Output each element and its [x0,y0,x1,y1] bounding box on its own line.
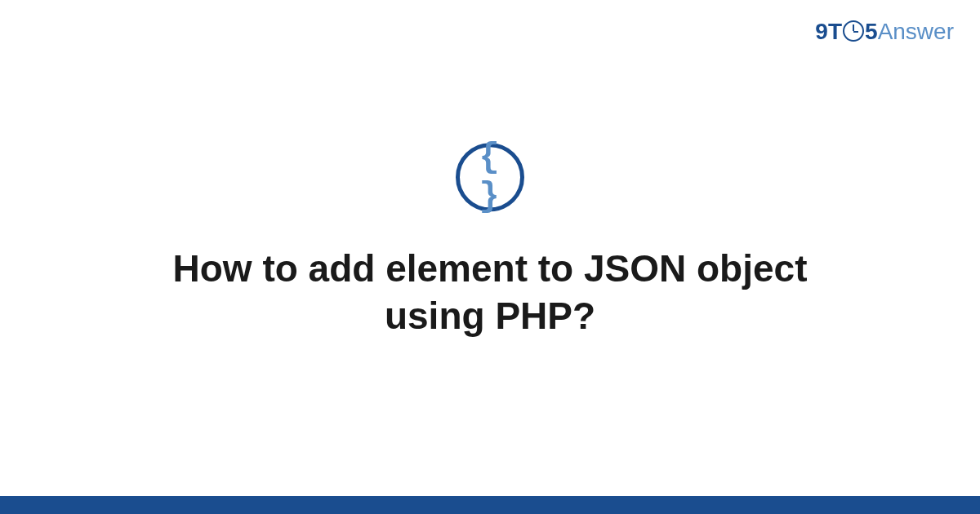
site-logo: 9T 5 Answer [815,18,954,45]
question-title: How to add element to JSON object using … [122,246,858,339]
logo-text-5: 5 [865,19,878,45]
logo-text-answer: Answer [878,19,954,45]
main-content: { } How to add element to JSON object us… [0,143,980,339]
logo-text-9t: 9T [815,19,842,45]
clock-icon [843,20,864,42]
footer-bar [0,496,980,514]
code-braces-icon: { } [460,138,520,216]
topic-icon-container: { } [456,143,524,211]
